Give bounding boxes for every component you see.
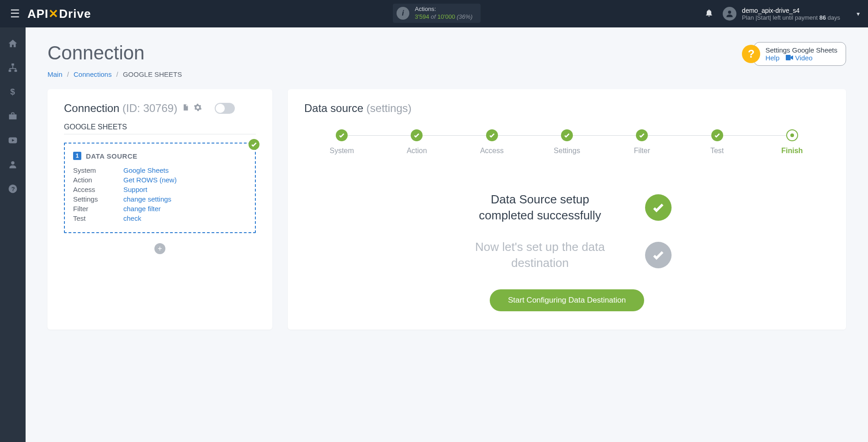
svg-rect-3 — [15, 70, 17, 72]
svg-rect-10 — [786, 55, 791, 60]
ds-value-link[interactable]: Google Sheets — [123, 166, 169, 174]
step-circle-done — [636, 129, 648, 141]
step-label: Filter — [634, 147, 650, 155]
step-circle-done — [411, 129, 423, 141]
sidebar-sitemap-icon[interactable] — [8, 63, 18, 75]
breadcrumb-connections[interactable]: Connections — [74, 70, 111, 78]
step-circle-current — [786, 129, 798, 141]
user-menu[interactable]: demo_apix-drive_s4 Plan |Start| left unt… — [723, 7, 860, 21]
hamburger-icon[interactable]: ☰ — [6, 4, 24, 24]
gear-icon[interactable] — [194, 103, 202, 114]
step-label: Settings — [554, 147, 580, 155]
step-label: System — [329, 147, 354, 155]
page-title: Connection — [48, 42, 846, 64]
connection-title: Connection (ID: 30769) — [64, 102, 177, 115]
ds-value-link[interactable]: check — [123, 214, 141, 222]
bell-icon[interactable] — [704, 8, 714, 20]
connection-toggle[interactable] — [215, 103, 235, 114]
breadcrumb-main[interactable]: Main — [48, 70, 63, 78]
connection-panel: Connection (ID: 30769) GOOGLE SHEETS — [48, 89, 272, 330]
sidebar-youtube-icon[interactable] — [8, 135, 18, 148]
step-circle-done — [336, 129, 348, 141]
svg-point-0 — [728, 11, 731, 14]
avatar-icon — [723, 7, 736, 21]
connection-subtitle: GOOGLE SHEETS — [64, 123, 256, 134]
ds-label: System — [73, 166, 123, 174]
svg-rect-1 — [11, 64, 14, 66]
ds-title: DATA SOURCE — [86, 152, 138, 160]
sidebar-briefcase-icon[interactable] — [8, 111, 18, 123]
help-link[interactable]: Help — [765, 54, 779, 62]
breadcrumb-current: GOOGLE SHEETS — [123, 70, 182, 78]
actions-pill[interactable]: i Actions: 3'594 of 10'000 (36%) — [393, 4, 481, 23]
ds-label: Test — [73, 214, 123, 222]
sidebar-home-icon[interactable] — [8, 38, 18, 51]
info-icon: i — [397, 7, 409, 20]
stepper: SystemActionAccessSettingsFilterTestFini… — [304, 129, 830, 155]
ds-label: Settings — [73, 195, 123, 203]
help-box: ? Settings Google Sheets Help Video — [742, 42, 846, 66]
svg-rect-5 — [9, 114, 17, 119]
step[interactable]: Finish — [755, 129, 830, 155]
help-content: Settings Google Sheets Help Video — [754, 42, 846, 66]
ds-value-link[interactable]: Support — [123, 186, 148, 193]
status-row-next: Now let's set up the data destination — [304, 239, 830, 271]
ds-label: Access — [73, 186, 123, 193]
step[interactable]: Settings — [529, 129, 604, 155]
status-row-success: Data Source setup completed successfully — [304, 192, 830, 224]
user-info: demo_apix-drive_s4 Plan |Start| left unt… — [742, 7, 840, 21]
check-circle-icon — [645, 194, 672, 221]
breadcrumb: Main / Connections / GOOGLE SHEETS — [48, 70, 846, 78]
topbar: ☰ API✕Drive i Actions: 3'594 of 10'000 (… — [0, 0, 868, 27]
sidebar: $ ? — [0, 27, 26, 442]
video-link[interactable]: Video — [795, 54, 813, 62]
panel-title: Data source (settings) — [304, 102, 830, 115]
svg-point-7 — [11, 161, 14, 165]
logo[interactable]: API✕Drive — [27, 7, 91, 21]
ds-value-link[interactable]: change settings — [123, 195, 171, 203]
ds-row: Testcheck — [73, 214, 247, 222]
step[interactable]: Access — [455, 129, 529, 155]
actions-text: Actions: 3'594 of 10'000 (36%) — [415, 5, 472, 21]
step-circle-done — [711, 129, 723, 141]
step-label: Access — [480, 147, 504, 155]
ds-row: ActionGet ROWS (new) — [73, 176, 247, 184]
data-source-settings-panel: Data source (settings) SystemActionAcces… — [288, 89, 846, 330]
ds-label: Action — [73, 176, 123, 184]
svg-text:?: ? — [11, 186, 15, 192]
ds-number: 1 — [73, 152, 81, 160]
ds-value-link[interactable]: change filter — [123, 205, 161, 213]
sidebar-user-icon[interactable] — [8, 160, 18, 172]
check-icon — [249, 139, 259, 150]
svg-rect-2 — [9, 70, 11, 72]
chevron-down-icon: ▾ — [857, 10, 860, 17]
ds-row: Settingschange settings — [73, 195, 247, 203]
status-next-text: Now let's set up the data destination — [462, 239, 618, 271]
help-title: Settings Google Sheets — [765, 46, 837, 54]
video-icon — [786, 54, 795, 62]
step-label: Test — [710, 147, 724, 155]
ds-value-link[interactable]: Get ROWS (new) — [123, 176, 177, 184]
step[interactable]: Filter — [604, 129, 679, 155]
step-circle-done — [486, 129, 498, 141]
start-configuring-button[interactable]: Start Configuring Data Destination — [490, 289, 644, 311]
data-source-card[interactable]: 1 DATA SOURCE SystemGoogle SheetsActionG… — [64, 143, 256, 233]
step-label: Finish — [781, 147, 803, 155]
topbar-right: demo_apix-drive_s4 Plan |Start| left unt… — [704, 7, 860, 21]
check-circle-gray-icon — [645, 242, 672, 268]
main-content: ? Settings Google Sheets Help Video Conn… — [26, 27, 868, 442]
sidebar-help-icon[interactable]: ? — [8, 184, 18, 196]
step-circle-done — [561, 129, 573, 141]
sidebar-dollar-icon[interactable]: $ — [8, 87, 18, 99]
ds-row: Filterchange filter — [73, 205, 247, 213]
step[interactable]: System — [304, 129, 379, 155]
svg-text:$: $ — [11, 87, 15, 96]
status-success-text: Data Source setup completed successfully — [462, 192, 618, 224]
document-icon[interactable] — [182, 103, 189, 114]
ds-row: SystemGoogle Sheets — [73, 166, 247, 174]
add-button[interactable]: + — [154, 243, 165, 254]
step[interactable]: Test — [679, 129, 754, 155]
step-label: Action — [407, 147, 427, 155]
ds-label: Filter — [73, 205, 123, 213]
step[interactable]: Action — [379, 129, 454, 155]
